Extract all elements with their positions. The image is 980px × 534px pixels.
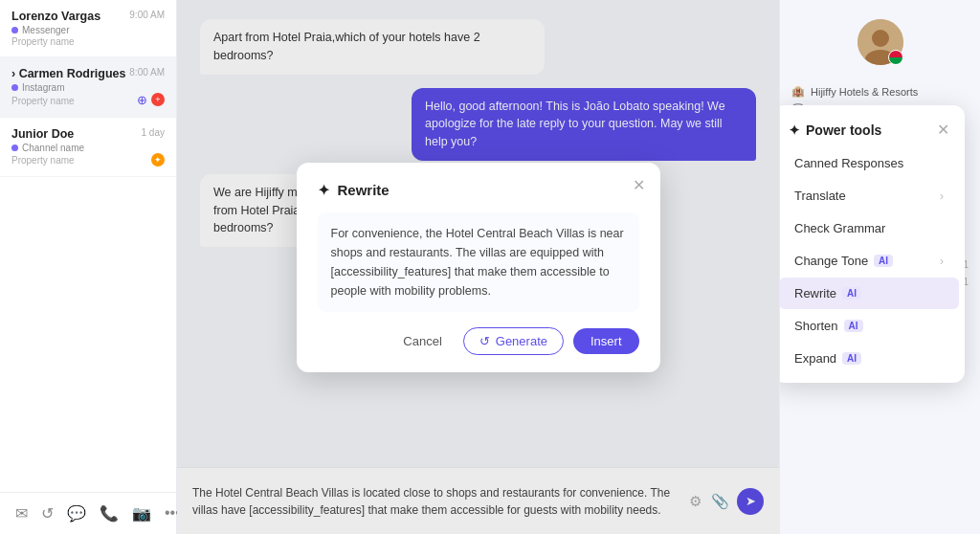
- cancel-button[interactable]: Cancel: [391, 328, 453, 354]
- refresh-icon[interactable]: ↺: [41, 504, 54, 523]
- rewrite-modal: ✦ Rewrite ✕ For convenience, the Hotel C…: [297, 163, 660, 372]
- contact-meta: Channel name: [11, 143, 165, 153]
- unread-badge: +: [151, 93, 165, 106]
- modal-body-text: For convenience, the Hotel Central Beach…: [318, 212, 639, 312]
- power-tools-close-button[interactable]: ✕: [937, 121, 949, 139]
- modal-title: ✦ Rewrite: [318, 182, 639, 199]
- contact-channel: Channel name: [22, 143, 84, 153]
- contact-meta: Messenger: [11, 25, 165, 35]
- contact-time: 1 day: [142, 127, 165, 138]
- modal-actions: Cancel ↺ Generate Insert: [318, 327, 639, 355]
- pt-item-canned-responses[interactable]: Canned Responses: [779, 147, 959, 179]
- canned-responses-label: Canned Responses: [794, 156, 903, 170]
- add-icon[interactable]: ⊕: [137, 93, 147, 107]
- ai-badge: AI: [844, 320, 863, 332]
- sidebar-nav-icons: ✉ ↺ 💬 📞 📷 •••: [0, 492, 176, 534]
- power-tools-header: ✦ Power tools ✕: [779, 109, 965, 146]
- refresh-icon: ↺: [479, 334, 490, 348]
- insert-button[interactable]: Insert: [573, 328, 639, 354]
- contact-item-active[interactable]: › Carmen Rodrigues 8:00 AM Instagram Pro…: [0, 57, 176, 118]
- check-grammar-label: Check Grammar: [794, 221, 885, 235]
- hotel-name: Hijiffy Hotels & Resorts: [811, 86, 918, 98]
- power-tools-panel: ✦ Power tools ✕ Canned Responses Transla…: [779, 105, 965, 383]
- right-panel: 🏨 Hijiffy Hotels & Resorts 💬 Hijiffy Web…: [779, 0, 980, 534]
- translate-label: Translate: [794, 189, 846, 203]
- channel-dot: [11, 145, 18, 151]
- pt-item-check-grammar[interactable]: Check Grammar: [779, 212, 959, 244]
- contact-name: Junior Doe: [11, 127, 74, 141]
- svg-point-1: [872, 30, 889, 47]
- pt-item-rewrite[interactable]: Rewrite AI: [779, 278, 959, 309]
- shorten-label: Shorten: [794, 319, 838, 333]
- instagram-icon[interactable]: 📷: [132, 504, 151, 523]
- profile-section: [780, 11, 980, 82]
- rewrite-icon: ✦: [318, 182, 330, 199]
- unread-badge: ✦: [151, 153, 165, 167]
- chevron-right-icon: ›: [940, 255, 944, 268]
- sidebar: Lorenzo Vargas 9:00 AM Messenger Propert…: [0, 0, 177, 534]
- modal-overlay: ✦ Rewrite ✕ For convenience, the Hotel C…: [177, 0, 779, 534]
- power-tools-icon: ✦: [789, 122, 800, 138]
- rewrite-label: Rewrite: [794, 286, 836, 300]
- pt-item-change-tone[interactable]: Change Tone AI ›: [779, 245, 959, 277]
- contact-property: Property name: [11, 36, 165, 47]
- chat-main: Apart from Hotel Praia,which of your hot…: [177, 0, 779, 534]
- contact-meta: Instagram: [11, 82, 165, 93]
- channel-dot: [11, 27, 18, 33]
- pt-item-shorten[interactable]: Shorten AI: [779, 310, 959, 342]
- contact-item[interactable]: Junior Doe 1 day Channel name Property n…: [0, 118, 176, 177]
- contact-time: 9:00 AM: [129, 10, 165, 20]
- avatar-wrap: [858, 19, 903, 65]
- expand-label: Expand: [794, 351, 836, 366]
- generate-button[interactable]: ↺ Generate: [463, 327, 564, 355]
- change-tone-label: Change Tone: [794, 254, 868, 268]
- contact-property: Property name: [11, 155, 75, 166]
- contact-name: Lorenzo Vargas: [11, 10, 100, 23]
- power-tools-title: Power tools: [806, 122, 881, 138]
- building-icon: 🏨: [791, 85, 805, 98]
- mail-icon[interactable]: ✉: [15, 504, 28, 523]
- chevron-right-icon: ›: [940, 189, 944, 203]
- contact-item[interactable]: Lorenzo Vargas 9:00 AM Messenger Propert…: [0, 0, 176, 57]
- contact-channel: Instagram: [22, 82, 64, 93]
- contact-name: › Carmen Rodrigues: [11, 67, 125, 80]
- flag-badge: [888, 50, 903, 65]
- pt-item-translate[interactable]: Translate ›: [779, 180, 959, 211]
- hotel-info-row: 🏨 Hijiffy Hotels & Resorts: [780, 82, 980, 100]
- phone-icon[interactable]: 📞: [100, 504, 119, 523]
- ai-badge: AI: [842, 352, 861, 365]
- contact-channel: Messenger: [22, 25, 69, 35]
- chat-icon[interactable]: 💬: [67, 504, 86, 523]
- contact-arrow: ›: [11, 67, 19, 80]
- ai-badge: AI: [842, 287, 861, 300]
- ai-badge: AI: [874, 255, 893, 267]
- modal-close-button[interactable]: ✕: [633, 176, 645, 194]
- channel-dot: [11, 84, 18, 91]
- contact-time: 8:00 AM: [129, 67, 165, 78]
- contact-property: Property name: [11, 96, 75, 106]
- pt-item-expand[interactable]: Expand AI: [779, 343, 959, 374]
